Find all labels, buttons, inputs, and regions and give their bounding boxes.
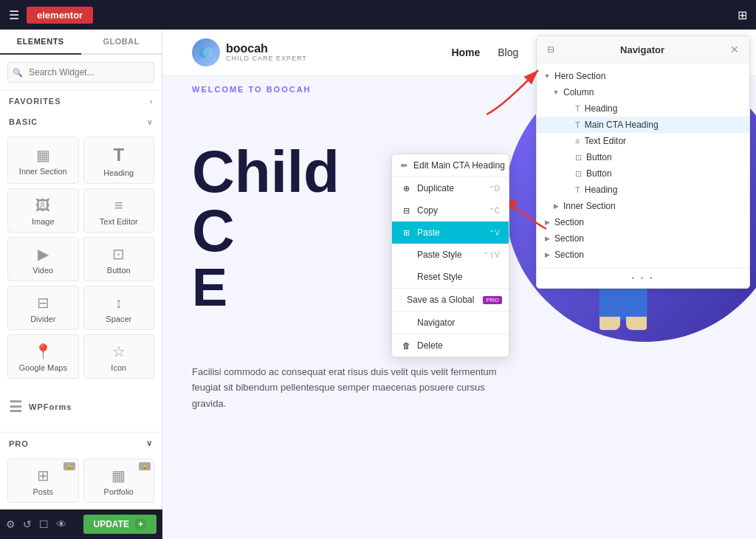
nav-item-section-2[interactable]: ▶ Section	[537, 230, 749, 247]
elementor-logo: elementor	[27, 7, 93, 24]
text-editor-nav-icon: ≡	[575, 137, 580, 145]
history-icon[interactable]: ↺	[23, 518, 32, 530]
widget-portfolio[interactable]: ▦ Portfolio 🔒	[83, 459, 155, 503]
chevron-down-icon: ▼	[543, 72, 551, 80]
nav-home[interactable]: Home	[451, 47, 480, 58]
eye-icon[interactable]: 👁	[56, 518, 66, 530]
widgets-grid: ▦ Inner Section T Heading 🖼 Image ≡ Text…	[0, 132, 162, 383]
widget-wpforms[interactable]: ☰ WPForms	[9, 385, 153, 429]
hero-welcome-text: WELCOME TO BOOCAH	[192, 85, 312, 94]
bottom-icons: ⚙ ↺ ☐ 👁	[6, 518, 66, 530]
image-icon: 🖼	[35, 197, 50, 214]
chevron-right-icon: ▶	[543, 251, 551, 258]
button-icon: ⊡	[112, 245, 125, 263]
search-input[interactable]	[7, 62, 154, 83]
inner-section-icon: ▦	[36, 146, 50, 164]
section-basic[interactable]: BASIC ∨	[0, 111, 162, 132]
settings-icon[interactable]: ⚙	[6, 518, 16, 530]
svg-point-1	[203, 47, 213, 58]
grid-icon[interactable]: ⊞	[738, 8, 747, 22]
ctx-paste[interactable]: ⊞ Paste ⌃V	[392, 222, 509, 244]
logo-sub: CHILD CARE EXPERT	[226, 55, 307, 63]
nav-item-text-editor[interactable]: ≡ Text Editor	[537, 133, 749, 149]
posts-icon: ⊞	[37, 467, 49, 484]
ctx-edit[interactable]: ✏ Edit Main CTA Heading	[392, 154, 509, 176]
widget-heading[interactable]: T Heading	[83, 137, 155, 184]
wpforms-icon: ☰	[9, 398, 23, 416]
top-bar: ☰ elementor ⊞	[0, 0, 756, 30]
widget-button[interactable]: ⊡ Button	[83, 237, 155, 281]
nav-item-hero-section[interactable]: ▼ Hero Section	[537, 68, 749, 84]
nav-panel-footer: • • •	[537, 267, 749, 288]
section-wpforms: ☰ WPForms	[0, 383, 162, 432]
ctx-navigator[interactable]: Navigator	[392, 312, 509, 334]
tab-global[interactable]: GLOBAL	[81, 30, 162, 53]
search-box	[0, 55, 162, 91]
nav-item-main-cta[interactable]: T Main CTA Heading	[537, 117, 749, 133]
ctx-paste-style[interactable]: Paste Style ⌃⇧V	[392, 244, 509, 266]
widget-icon[interactable]: ☆ Icon	[83, 334, 155, 379]
canvas-area: boocah CHILD CARE EXPERT Home Blog Babie…	[162, 30, 756, 539]
ctx-save-global[interactable]: Save as a Global PRO	[392, 289, 509, 311]
nav-item-inner-section[interactable]: ▶ Inner Section	[537, 198, 749, 214]
chevron-down-icon: ∨	[147, 118, 153, 126]
logo-icon	[192, 38, 220, 66]
hero-desc: Facilisi commodo ac consequat erat risus…	[192, 364, 502, 411]
button2-nav-icon: ⊡	[575, 169, 582, 179]
widget-spacer[interactable]: ↕ Spacer	[83, 286, 155, 330]
ctx-delete[interactable]: 🗑 Delete	[392, 334, 509, 357]
logo-name: boocah	[226, 42, 307, 55]
website-preview: boocah CHILD CARE EXPERT Home Blog Babie…	[162, 30, 756, 539]
nav-panel-title: Navigator	[620, 44, 664, 55]
widget-divider[interactable]: ⊟ Divider	[7, 286, 79, 330]
delete-icon: 🗑	[401, 341, 411, 350]
heading-nav-icon: T	[575, 104, 580, 113]
copy-icon: ⊟	[401, 206, 411, 216]
portfolio-icon: ▦	[111, 467, 126, 484]
responsive-icon[interactable]: ☐	[39, 518, 49, 530]
google-maps-icon: 📍	[34, 343, 52, 360]
widget-video[interactable]: ▶ Video	[7, 237, 79, 281]
chevron-right-icon: ▶	[543, 235, 551, 242]
nav-blog[interactable]: Blog	[498, 47, 518, 58]
tab-elements[interactable]: ELEMENTS	[0, 30, 81, 55]
panel-tabs: ELEMENTS GLOBAL	[0, 30, 162, 55]
nav-panel-list-icon[interactable]: ⊟	[547, 44, 554, 55]
section-favorites[interactable]: FAVORITES ›	[0, 91, 162, 111]
section-pro[interactable]: PRO ∨	[0, 432, 162, 454]
nav-item-button-2[interactable]: ⊡ Button	[537, 165, 749, 182]
nav-item-heading[interactable]: T Heading	[537, 100, 749, 117]
ctx-reset-style[interactable]: Reset Style	[392, 266, 509, 288]
nav-panel-close-button[interactable]: ✕	[730, 44, 739, 55]
nav-item-column[interactable]: ▼ Column	[537, 84, 749, 100]
navigator-panel: ⊟ Navigator ✕ ▼ Hero Section ▼ Column	[536, 35, 750, 289]
widget-posts[interactable]: ⊞ Posts 🔒	[7, 459, 79, 503]
context-menu: ✏ Edit Main CTA Heading ⊕ Duplicate ⌃D ⊟…	[391, 154, 509, 357]
hamburger-icon[interactable]: ☰	[9, 8, 19, 22]
site-logo: boocah CHILD CARE EXPERT	[192, 38, 307, 66]
chevron-right-icon: ▶	[551, 202, 560, 210]
nav-tree: ▼ Hero Section ▼ Column T Heading	[537, 63, 749, 267]
nav-item-button-1[interactable]: ⊡ Button	[537, 149, 749, 165]
nav-item-section-1[interactable]: ▶ Section	[537, 214, 749, 230]
nav-panel-header: ⊟ Navigator ✕	[537, 36, 749, 63]
divider-icon: ⊟	[37, 294, 49, 312]
icon-widget-icon: ☆	[112, 343, 126, 360]
bottom-bar: ⚙ ↺ ☐ 👁 UPDATE +	[0, 509, 162, 539]
widget-image[interactable]: 🖼 Image	[7, 188, 79, 233]
nav-item-heading-2[interactable]: T Heading	[537, 182, 749, 198]
widget-text-editor[interactable]: ≡ Text Editor	[83, 188, 155, 233]
widget-google-maps[interactable]: 📍 Google Maps	[7, 334, 79, 379]
left-panel: ELEMENTS GLOBAL FAVORITES › BASIC ∨ ▦ In…	[0, 30, 162, 539]
edit-icon: ✏	[401, 161, 408, 171]
chevron-right-icon: ▶	[543, 219, 551, 226]
ctx-duplicate[interactable]: ⊕ Duplicate ⌃D	[392, 177, 509, 199]
update-button[interactable]: UPDATE +	[83, 515, 157, 534]
widget-inner-section[interactable]: ▦ Inner Section	[7, 137, 79, 184]
ctx-copy[interactable]: ⊟ Copy ⌃C	[392, 199, 509, 222]
nav-item-section-3[interactable]: ▶ Section	[537, 247, 749, 263]
paste-icon: ⊞	[401, 228, 411, 238]
cta-heading-nav-icon: T	[575, 120, 580, 129]
pro-badge: PRO	[483, 296, 501, 304]
main-layout: ELEMENTS GLOBAL FAVORITES › BASIC ∨ ▦ In…	[0, 30, 756, 539]
